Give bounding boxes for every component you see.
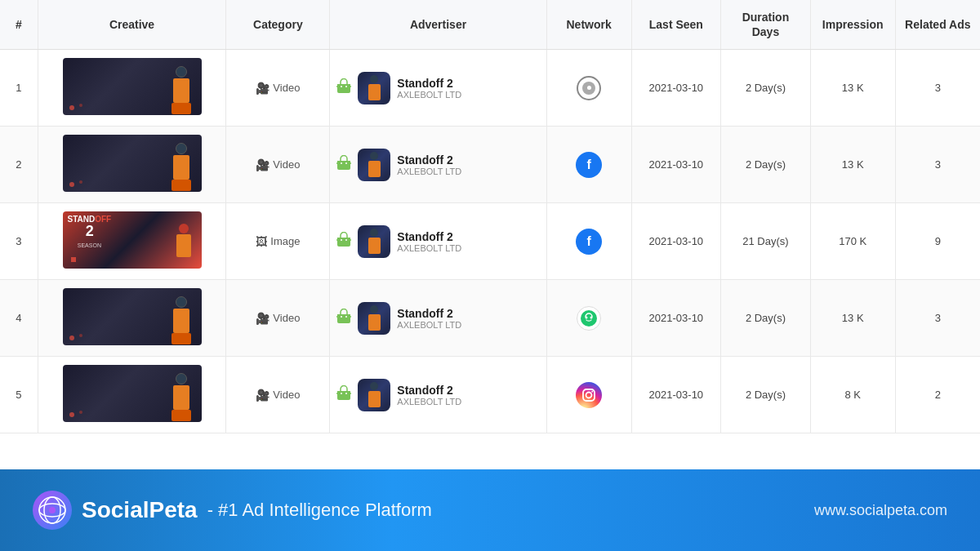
creative-thumbnail[interactable] [63, 58, 202, 115]
row-duration: 21 Day(s) [721, 203, 811, 280]
col-header-related: Related Ads [895, 0, 980, 50]
row-advertiser[interactable]: Standoff 2 AXLEBOLT LTD [330, 280, 546, 357]
ad-table-container: # Creative Category Advertiser Network L… [0, 0, 980, 469]
col-header-duration: Duration Days [721, 0, 811, 50]
row-creative[interactable] [38, 127, 226, 203]
row-duration: 2 Day(s) [721, 357, 811, 433]
row-creative[interactable] [38, 50, 226, 127]
app-developer: AXLEBOLT LTD [397, 167, 461, 176]
svg-point-24 [586, 392, 592, 398]
col-header-impression: Impression [810, 0, 895, 50]
svg-point-12 [341, 316, 342, 318]
row-lastseen: 2021-03-10 [631, 127, 721, 203]
row-network: f [546, 127, 631, 203]
row-advertiser[interactable]: Standoff 2 AXLEBOLT LTD [330, 127, 546, 203]
category-icon: 🎥 [256, 158, 270, 171]
row-advertiser[interactable]: Standoff 2 AXLEBOLT LTD [330, 357, 546, 433]
platform-android-icon [336, 309, 351, 328]
footer-tagline: - #1 Ad Intelligence Platform [207, 500, 432, 521]
row-impression: 13 K [810, 50, 895, 127]
category-badge: 🖼 Image [256, 235, 300, 248]
table-header-row: # Creative Category Advertiser Network L… [0, 0, 980, 50]
svg-point-9 [345, 239, 347, 241]
app-info: Standoff 2 AXLEBOLT LTD [397, 153, 461, 176]
category-icon: 🎥 [256, 82, 270, 95]
category-icon: 🎥 [256, 312, 270, 325]
row-creative[interactable]: STANDOFF 2 SEASON [38, 203, 226, 280]
row-lastseen: 2021-03-10 [631, 203, 721, 280]
platform-android-icon [336, 155, 351, 175]
table-row: 3 STANDOFF 2 SEASON 🖼 Image [0, 203, 980, 280]
app-developer: AXLEBOLT LTD [397, 90, 461, 100]
row-category: 🎥 Video [226, 280, 330, 357]
footer-brand-name: SocialPeta [82, 497, 198, 523]
app-name: Standoff 2 [397, 384, 461, 397]
row-related: 3 [895, 50, 980, 127]
row-network: f [546, 203, 631, 280]
app-info: Standoff 2 AXLEBOLT LTD [397, 77, 461, 100]
svg-point-8 [341, 239, 342, 241]
app-name: Standoff 2 [397, 307, 461, 320]
app-developer: AXLEBOLT LTD [397, 397, 461, 407]
footer-logo [33, 491, 72, 530]
row-category: 🎥 Video [226, 357, 330, 433]
row-advertiser[interactable]: Standoff 2 AXLEBOLT LTD [330, 203, 546, 280]
row-network [546, 357, 631, 433]
category-badge: 🎥 Video [256, 312, 300, 325]
app-name: Standoff 2 [397, 153, 461, 167]
svg-point-1 [345, 86, 347, 87]
row-network [546, 50, 631, 127]
platform-android-icon [336, 78, 351, 98]
row-creative[interactable] [38, 280, 226, 357]
row-lastseen: 2021-03-10 [631, 280, 721, 357]
col-header-network: Network [546, 0, 631, 50]
row-related: 3 [895, 280, 980, 357]
creative-thumbnail[interactable]: STANDOFF 2 SEASON [63, 211, 202, 269]
row-related: 3 [895, 127, 980, 203]
row-related: 9 [895, 203, 980, 280]
row-num: 3 [0, 203, 38, 280]
svg-point-0 [341, 86, 342, 87]
row-creative[interactable] [38, 357, 226, 433]
table-row: 1 🎥 Video [0, 50, 980, 127]
app-icon [358, 149, 390, 181]
network-tencent-icon [577, 306, 601, 331]
app-info: Standoff 2 AXLEBOLT LTD [397, 307, 461, 330]
row-lastseen: 2021-03-10 [631, 50, 721, 127]
row-duration: 2 Day(s) [721, 280, 811, 357]
row-category: 🖼 Image [226, 203, 330, 280]
svg-point-5 [345, 162, 347, 164]
app-info: Standoff 2 AXLEBOLT LTD [397, 384, 461, 407]
ads-table: # Creative Category Advertiser Network L… [0, 0, 980, 433]
app-icon [358, 72, 390, 104]
svg-point-25 [591, 391, 593, 393]
row-impression: 13 K [810, 127, 895, 203]
category-label: Video [273, 82, 300, 94]
app-info: Standoff 2 AXLEBOLT LTD [397, 230, 461, 253]
svg-point-13 [345, 316, 347, 318]
row-advertiser[interactable]: Standoff 2 AXLEBOLT LTD [330, 50, 546, 127]
row-impression: 170 K [810, 203, 895, 280]
row-num: 5 [0, 357, 38, 433]
category-badge: 🎥 Video [256, 389, 300, 402]
category-icon: 🖼 [256, 235, 267, 248]
app-icon [358, 225, 390, 258]
creative-thumbnail[interactable] [63, 365, 202, 422]
category-badge: 🎥 Video [256, 158, 300, 171]
row-num: 1 [0, 50, 38, 127]
row-network [546, 280, 631, 357]
category-label: Video [273, 312, 300, 324]
app-name: Standoff 2 [397, 230, 461, 243]
svg-point-17 [586, 316, 588, 318]
network-facebook-icon: f [576, 229, 602, 255]
footer: SocialPeta - #1 Ad Intelligence Platform… [0, 469, 980, 551]
row-impression: 8 K [810, 357, 895, 433]
col-header-num: # [0, 0, 38, 50]
col-header-category: Category [226, 0, 330, 50]
network-admob-icon [577, 76, 601, 100]
creative-thumbnail[interactable] [63, 288, 202, 345]
platform-android-icon [336, 232, 351, 251]
table-row: 5 🎥 Video [0, 357, 980, 433]
creative-thumbnail[interactable] [63, 135, 202, 192]
svg-point-19 [341, 393, 342, 394]
